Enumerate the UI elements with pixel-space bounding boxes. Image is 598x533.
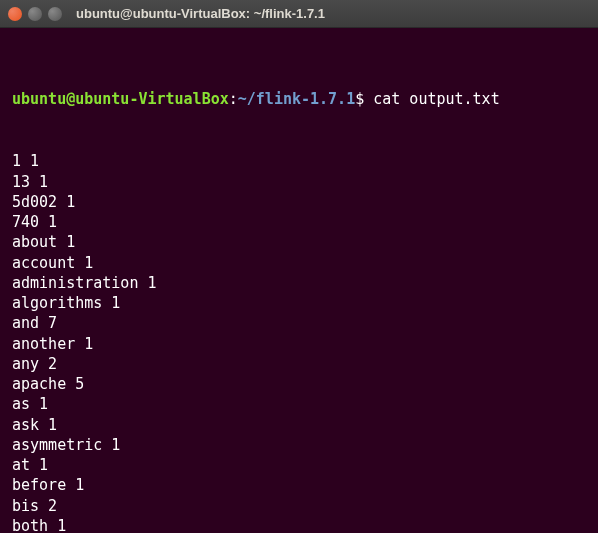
output-line: 1 1 [12,151,586,171]
output-line: and 7 [12,313,586,333]
window-title: ubuntu@ubuntu-VirtualBox: ~/flink-1.7.1 [76,6,325,21]
prompt-dollar: $ [355,90,364,108]
output-line: account 1 [12,253,586,273]
output-line: another 1 [12,334,586,354]
command-text: cat output.txt [364,90,499,108]
close-icon[interactable] [8,7,22,21]
output-line: bis 2 [12,496,586,516]
output-line: at 1 [12,455,586,475]
terminal-output: 1 113 15d002 1740 1about 1account 1admin… [12,151,586,533]
output-line: 5d002 1 [12,192,586,212]
output-line: administration 1 [12,273,586,293]
output-line: 740 1 [12,212,586,232]
prompt-colon: : [229,90,238,108]
output-line: 13 1 [12,172,586,192]
minimize-icon[interactable] [28,7,42,21]
output-line: algorithms 1 [12,293,586,313]
maximize-icon[interactable] [48,7,62,21]
output-line: any 2 [12,354,586,374]
window-titlebar: ubuntu@ubuntu-VirtualBox: ~/flink-1.7.1 [0,0,598,28]
output-line: ask 1 [12,415,586,435]
output-line: about 1 [12,232,586,252]
prompt-line: ubuntu@ubuntu-VirtualBox:~/flink-1.7.1$ … [12,89,586,109]
output-line: apache 5 [12,374,586,394]
prompt-user-host: ubuntu@ubuntu-VirtualBox [12,90,229,108]
prompt-path: ~/flink-1.7.1 [238,90,355,108]
terminal-area[interactable]: ubuntu@ubuntu-VirtualBox:~/flink-1.7.1$ … [0,28,598,533]
output-line: both 1 [12,516,586,533]
output-line: as 1 [12,394,586,414]
output-line: asymmetric 1 [12,435,586,455]
output-line: before 1 [12,475,586,495]
